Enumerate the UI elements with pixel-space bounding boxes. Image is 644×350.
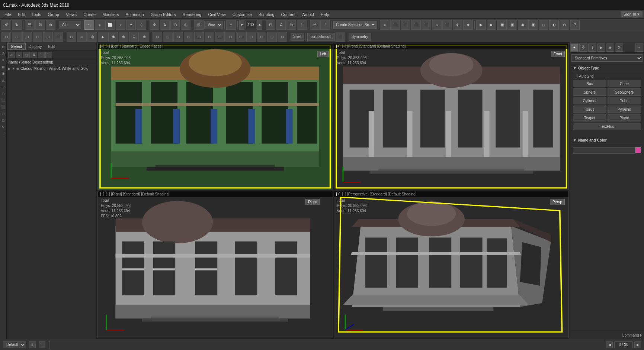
rp-geosphere-btn[interactable]: GeoSphere [608, 88, 641, 96]
scene-filter-btn[interactable]: ▽ [16, 52, 22, 58]
tb2-btn18[interactable]: ◻ [184, 32, 193, 42]
quick-render-button[interactable]: ▶ [487, 20, 496, 30]
mode-btn14[interactable]: ⊛ [140, 32, 149, 42]
pivot-button[interactable]: + [226, 20, 236, 30]
lasso-select-button[interactable]: ◌ [137, 20, 146, 30]
menu-arnold[interactable]: Arnold [299, 12, 317, 17]
batch-render-button[interactable]: ▣ [528, 20, 538, 30]
menu-edit[interactable]: Edit [15, 12, 28, 17]
view-dropdown[interactable]: View [204, 21, 223, 29]
scene-item-mansion[interactable]: ▶ 👁 ◉ Classic Mansion Villa 01 White amd… [7, 65, 96, 72]
scene-close-btn[interactable]: ✕ [8, 52, 15, 58]
tb2-btn24[interactable]: ◻ [246, 32, 256, 42]
align-button[interactable]: ⋮ [320, 20, 330, 30]
vp-right-nav-btn[interactable]: Right [305, 199, 319, 205]
snap-toggle-button[interactable]: ⊡ [266, 20, 275, 30]
menu-customize[interactable]: Customize [230, 12, 255, 17]
render-to-texture-button[interactable]: ◉ [518, 20, 528, 30]
vp-right-plus[interactable]: [+] [100, 192, 104, 196]
menu-create[interactable]: Create [80, 12, 99, 17]
vp-front-plus[interactable]: [+] [336, 44, 340, 48]
tb2-btn25[interactable]: ◻ [257, 32, 266, 42]
rp-color-swatch[interactable] [635, 147, 641, 153]
layer-dropdown[interactable]: Default [3, 341, 26, 348]
menu-tools[interactable]: Tools [29, 12, 44, 17]
rp-tab-utilities[interactable]: ⚒ [615, 43, 623, 52]
display-button[interactable]: ⬛ [422, 20, 431, 30]
sidebar-icon-10[interactable]: ⬛ [0, 104, 6, 110]
mode-btn2[interactable]: ◻ [12, 32, 22, 42]
vp-left-nav-btn[interactable]: Left [317, 51, 329, 57]
sidebar-icon-9[interactable]: ⬛ [0, 97, 6, 103]
parent-button[interactable]: ◎ [453, 20, 462, 30]
mode-btn11[interactable]: ◉ [108, 32, 118, 42]
rp-tab-create[interactable]: ✦ [570, 43, 579, 52]
rp-cone-btn[interactable]: Cone [608, 80, 641, 87]
sidebar-icon-8[interactable]: ◌ [0, 91, 6, 97]
percent-snap-button[interactable]: % [286, 20, 296, 30]
sidebar-icon-13[interactable]: ↖ [0, 124, 6, 130]
menu-rendering[interactable]: Rendering [180, 12, 205, 17]
menu-civil-view[interactable]: Civil View [205, 12, 228, 17]
mode-btn3[interactable]: ◻ [22, 32, 32, 42]
mode-btn13[interactable]: ⊙ [129, 32, 139, 42]
scene-add-btn[interactable]: ⬛ [45, 52, 52, 58]
viewport-front[interactable]: [+] [+] [Front] [Standard] [Default Shad… [334, 43, 569, 190]
select-scale-button[interactable]: ⬡ [170, 20, 180, 30]
rp-name-input-field[interactable] [573, 147, 635, 154]
layer-button[interactable]: ≡ [380, 20, 390, 30]
angle-snap-button[interactable]: ∡ [276, 20, 286, 30]
render-prod-button[interactable]: ▣ [497, 20, 507, 30]
rp-teapot-btn[interactable]: Teapot [573, 114, 606, 121]
group-button[interactable]: ⬛ [411, 20, 421, 30]
rp-tab-hierarchy[interactable]: ⋮ [588, 43, 596, 52]
tab-select[interactable]: Select [7, 43, 26, 50]
mode-btn1[interactable]: ◻ [1, 32, 11, 42]
vp-persp-plus[interactable]: [+] [336, 192, 340, 196]
select-by-link-button[interactable]: ⛓ [25, 20, 35, 30]
mode-btn4[interactable]: ◻ [33, 32, 42, 42]
layer-settings-btn[interactable]: ≡ [29, 341, 36, 348]
viewport-right-view[interactable]: [+] [+] [Right] [Standard] [Default Shad… [97, 191, 333, 338]
frame-prev-btn[interactable]: ◀ [606, 341, 613, 348]
scene-sort-btn[interactable]: ⇅ [31, 52, 37, 58]
isolate-button[interactable]: ☼ [432, 20, 442, 30]
sidebar-icon-7[interactable]: ⋯ [0, 84, 6, 90]
rp-torus-btn[interactable]: Torus [573, 106, 606, 113]
sidebar-icon-4[interactable]: ▦ [0, 64, 6, 70]
tb2-btn19[interactable]: ◻ [194, 32, 204, 42]
mode-btn8[interactable]: ○ [77, 32, 87, 42]
redo-button[interactable]: ↻ [12, 20, 22, 30]
sidebar-icon-14[interactable]: ⋮ [0, 131, 6, 137]
rect-select-button[interactable]: ⬜ [105, 20, 115, 30]
create-selection-button[interactable]: Create Selection Se...▾ [333, 21, 377, 29]
rp-pyramid-btn[interactable]: Pyramid [608, 106, 641, 113]
scene-search-btn[interactable]: ⬛ [38, 52, 45, 58]
render-frame2-button[interactable]: ▣ [507, 20, 517, 30]
tb2-btn21[interactable]: ◻ [215, 32, 225, 42]
vp-left-plus[interactable]: [+] [100, 44, 104, 48]
tab-edit[interactable]: Edit [45, 43, 58, 49]
tb2-btn27[interactable]: ◻ [278, 32, 287, 42]
render-button[interactable]: ★ [463, 20, 473, 30]
render-frame-button[interactable]: ▶ [476, 20, 486, 30]
percent-up[interactable]: ▲ [257, 20, 262, 30]
filter-dropdown[interactable]: All [59, 21, 81, 29]
select-by-name-button[interactable]: ≡ [95, 20, 105, 30]
menu-content[interactable]: Content [278, 12, 299, 17]
ribbon-button[interactable]: ⬛ [401, 20, 410, 30]
rp-tab-modify[interactable]: ⚙ [579, 43, 587, 52]
rp-expand-btn[interactable]: + [635, 43, 643, 52]
env-effects-button[interactable]: ⊙ [560, 20, 569, 30]
mode-btn7[interactable]: ◻ [67, 32, 76, 42]
rp-category-dropdown[interactable]: Standard Primitives [571, 54, 643, 62]
sidebar-icon-1[interactable]: ⊕ [0, 44, 6, 50]
mirror-button[interactable]: ⇌ [310, 20, 320, 30]
undo-button[interactable]: ↺ [1, 20, 11, 30]
mode-btn10[interactable]: ▲ [98, 32, 108, 42]
tb2-btn23[interactable]: ◻ [236, 32, 246, 42]
select-object-button[interactable]: ↖ [84, 20, 94, 30]
sidebar-icon-12[interactable]: ◻ [0, 117, 6, 123]
unlink-button[interactable]: ⛓ [35, 20, 45, 30]
viewport-perspective[interactable]: [+] [+] [Perspective] [Standard] [Defaul… [334, 191, 569, 338]
